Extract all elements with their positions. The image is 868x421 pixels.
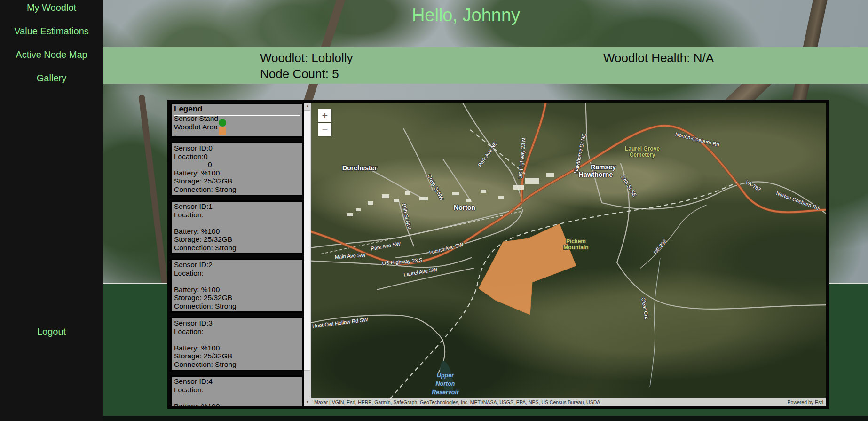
sensor-location: Location: [174, 386, 300, 394]
map-label: Mountain [563, 244, 588, 251]
map-label: Upper [437, 372, 454, 379]
node-map-panel: Legend Sensor Stand - Woodlot Area - Sen… [167, 100, 829, 409]
sensor-list-scrollbar[interactable]: ▲ ▼ [304, 103, 311, 406]
sensor-connection: Connection: Strong [174, 302, 300, 310]
sensor-location-2 [174, 394, 300, 402]
sensor-id: Sensor ID:2 [174, 261, 300, 269]
woodlot-area-polygon[interactable] [479, 224, 576, 315]
scrollbar-down-arrow-icon[interactable]: ▼ [304, 398, 311, 406]
map-label: Craig St NW [426, 173, 445, 201]
sensor-location-2 [174, 335, 300, 344]
map-label: Ramsey [591, 163, 616, 171]
sensor-storage: Storage: 25/32GB [174, 352, 300, 360]
sensor-location: Location:0 [174, 152, 300, 161]
node-count-label: Node Count: 5 [260, 66, 353, 82]
map-label: Norton-Coeburn Rd [675, 131, 720, 148]
page-title: Hello, Johnny [103, 5, 829, 25]
map-attribution-bar: Maxar | VGIN, Esri, HERE, Garmin, SafeGr… [311, 398, 826, 406]
sensor-storage: Storage: 25/32GB [174, 294, 300, 302]
sensor-id: Sensor ID:3 [174, 319, 300, 327]
map-label: Norton [436, 381, 455, 387]
legend-card: Legend Sensor Stand - Woodlot Area - [170, 103, 304, 138]
woodlot-info-banner: Woodlot: Loblolly Node Count: 5 Woodlot … [0, 47, 868, 84]
sensor-list: Legend Sensor Stand - Woodlot Area - Sen… [170, 103, 304, 406]
sensor-connection: Connection: Strong [174, 185, 300, 194]
woodlot-name-label: Woodlot: Loblolly [260, 50, 353, 66]
map-label: VA-762 [744, 179, 762, 192]
woodlot-health-label: Woodlot Health: N/A [603, 50, 714, 66]
sensor-battery: Battery: %100 [174, 227, 300, 236]
page-bottom-strip [0, 416, 868, 421]
map-attribution-text: Maxar | VGIN, Esri, HERE, Garmin, SafeGr… [314, 399, 600, 405]
map-label: Norton [454, 204, 475, 211]
logout-button[interactable]: Logout [0, 325, 103, 338]
sensor-id: Sensor ID:1 [174, 202, 300, 211]
sensor-storage: Storage: 25/32GB [174, 177, 300, 185]
map-label: Laurel Ave SW [403, 266, 438, 277]
sensor-location: Location: [174, 211, 300, 219]
woodlot-area-swatch [219, 127, 226, 135]
sensor-battery: Battery: %100 [174, 402, 300, 406]
legend-woodlot-area-label: Woodlot Area - [174, 123, 219, 139]
map-label: Park Ave NE [477, 141, 498, 168]
sensor-id: Sensor ID:0 [174, 144, 300, 152]
scrollbar-up-arrow-icon[interactable]: ▲ [304, 103, 311, 110]
sensor-card-4: Sensor ID:4 Location: Battery: %100 Stor… [170, 375, 304, 406]
sensor-connection: Connection: Strong [174, 244, 300, 252]
legend-title: Legend [174, 104, 300, 114]
map-powered-by: Powered by Esri [788, 399, 823, 405]
map-label: Hoot Owl Hollow Rd SW [312, 317, 369, 329]
map-zoom-control: + − [318, 109, 331, 136]
sensor-location: Location: [174, 269, 300, 278]
scrollbar-thumb[interactable] [304, 110, 310, 371]
sensor-stand-swatch [219, 119, 226, 127]
map-creek [650, 258, 660, 387]
sidebar-item-active-node-map[interactable]: Active Node Map [0, 48, 103, 61]
sidebar-item-gallery[interactable]: Gallery [0, 71, 103, 85]
sensor-battery: Battery: %100 [174, 344, 300, 352]
satellite-map[interactable]: DorchesterNortonRamseyHawthorneCraig St … [311, 103, 826, 406]
map-label: Reservoir [432, 389, 459, 396]
sidebar-item-my-woodlot[interactable]: My Woodlot [0, 1, 103, 14]
sensor-storage: Storage: 25/32GB [174, 235, 300, 244]
map-label: Main Ave SW [334, 252, 366, 260]
zoom-in-button[interactable]: + [318, 109, 331, 122]
map-label: Cemetery [630, 151, 655, 158]
sensor-location: Location: [174, 327, 300, 336]
map-label: Pickem [566, 238, 586, 245]
sensor-connection: Connection: Strong [174, 360, 300, 369]
sensor-location-2: 0 [174, 160, 300, 169]
map-label: Dorchester [342, 164, 377, 172]
sensor-card-2: Sensor ID:2 Location: Battery: %100 Stor… [170, 259, 304, 313]
sensor-location-2 [174, 277, 300, 286]
map-label: Clear Crk [640, 297, 650, 319]
map-label: Norton-Coeburn Rd [775, 190, 820, 211]
sensor-card-0: Sensor ID:0 Location:0 0 Battery: %100 S… [170, 142, 304, 196]
map-label: Hawthorne [579, 171, 613, 178]
map-overlay: DorchesterNortonRamseyHawthorneCraig St … [311, 103, 826, 406]
map-label: Park Ave SW [370, 240, 401, 251]
map-roads-minor [640, 205, 706, 268]
pine-trunk-decoration [138, 95, 168, 283]
sidebar: My Woodlot Value Estimations Active Node… [0, 0, 103, 421]
sensor-id: Sensor ID:4 [174, 377, 300, 386]
map-label: NF-293 [653, 238, 668, 255]
map-label: Laurel Grove [625, 145, 660, 152]
zoom-out-button[interactable]: − [318, 123, 331, 136]
sidebar-item-value-estimations[interactable]: Value Estimations [0, 24, 103, 38]
sensor-battery: Battery: %100 [174, 169, 300, 177]
sensor-location-2 [174, 219, 300, 227]
sensor-card-1: Sensor ID:1 Location: Battery: %100 Stor… [170, 200, 304, 254]
sensor-battery: Battery: %100 [174, 286, 300, 294]
sensor-card-3: Sensor ID:3 Location: Battery: %100 Stor… [170, 317, 304, 371]
